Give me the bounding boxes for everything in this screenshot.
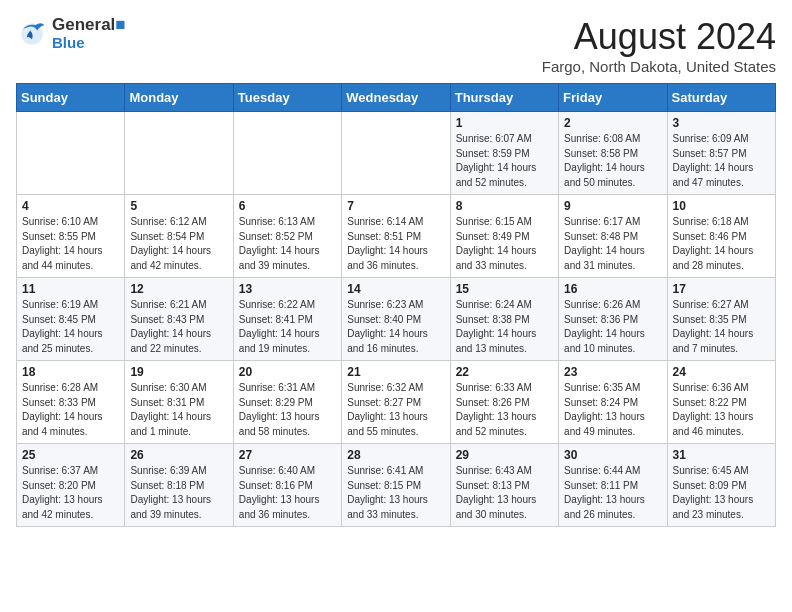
calendar-week-3: 11Sunrise: 6:19 AM Sunset: 8:45 PM Dayli… (17, 278, 776, 361)
calendar-week-5: 25Sunrise: 6:37 AM Sunset: 8:20 PM Dayli… (17, 444, 776, 527)
calendar-header: SundayMondayTuesdayWednesdayThursdayFrid… (17, 84, 776, 112)
day-number: 27 (239, 448, 336, 462)
day-info: Sunrise: 6:32 AM Sunset: 8:27 PM Dayligh… (347, 381, 444, 439)
weekday-header-wednesday: Wednesday (342, 84, 450, 112)
day-number: 11 (22, 282, 119, 296)
day-info: Sunrise: 6:31 AM Sunset: 8:29 PM Dayligh… (239, 381, 336, 439)
calendar-cell: 31Sunrise: 6:45 AM Sunset: 8:09 PM Dayli… (667, 444, 775, 527)
day-number: 30 (564, 448, 661, 462)
calendar-cell: 16Sunrise: 6:26 AM Sunset: 8:36 PM Dayli… (559, 278, 667, 361)
calendar-cell: 2Sunrise: 6:08 AM Sunset: 8:58 PM Daylig… (559, 112, 667, 195)
day-info: Sunrise: 6:21 AM Sunset: 8:43 PM Dayligh… (130, 298, 227, 356)
calendar-cell (233, 112, 341, 195)
calendar-cell: 5Sunrise: 6:12 AM Sunset: 8:54 PM Daylig… (125, 195, 233, 278)
calendar-cell: 9Sunrise: 6:17 AM Sunset: 8:48 PM Daylig… (559, 195, 667, 278)
day-info: Sunrise: 6:22 AM Sunset: 8:41 PM Dayligh… (239, 298, 336, 356)
calendar-cell: 6Sunrise: 6:13 AM Sunset: 8:52 PM Daylig… (233, 195, 341, 278)
calendar-week-4: 18Sunrise: 6:28 AM Sunset: 8:33 PM Dayli… (17, 361, 776, 444)
day-info: Sunrise: 6:23 AM Sunset: 8:40 PM Dayligh… (347, 298, 444, 356)
calendar-cell: 29Sunrise: 6:43 AM Sunset: 8:13 PM Dayli… (450, 444, 558, 527)
day-info: Sunrise: 6:17 AM Sunset: 8:48 PM Dayligh… (564, 215, 661, 273)
day-info: Sunrise: 6:39 AM Sunset: 8:18 PM Dayligh… (130, 464, 227, 522)
page-header: General■ Blue August 2024 Fargo, North D… (16, 16, 776, 75)
day-number: 1 (456, 116, 553, 130)
calendar-cell: 26Sunrise: 6:39 AM Sunset: 8:18 PM Dayli… (125, 444, 233, 527)
title-block: August 2024 Fargo, North Dakota, United … (542, 16, 776, 75)
logo-bird-icon (16, 18, 48, 50)
day-number: 9 (564, 199, 661, 213)
calendar-cell: 12Sunrise: 6:21 AM Sunset: 8:43 PM Dayli… (125, 278, 233, 361)
day-info: Sunrise: 6:44 AM Sunset: 8:11 PM Dayligh… (564, 464, 661, 522)
day-number: 25 (22, 448, 119, 462)
day-number: 17 (673, 282, 770, 296)
weekday-header-tuesday: Tuesday (233, 84, 341, 112)
day-info: Sunrise: 6:10 AM Sunset: 8:55 PM Dayligh… (22, 215, 119, 273)
day-info: Sunrise: 6:45 AM Sunset: 8:09 PM Dayligh… (673, 464, 770, 522)
day-number: 6 (239, 199, 336, 213)
day-number: 28 (347, 448, 444, 462)
day-info: Sunrise: 6:37 AM Sunset: 8:20 PM Dayligh… (22, 464, 119, 522)
calendar-cell: 10Sunrise: 6:18 AM Sunset: 8:46 PM Dayli… (667, 195, 775, 278)
day-info: Sunrise: 6:33 AM Sunset: 8:26 PM Dayligh… (456, 381, 553, 439)
day-info: Sunrise: 6:30 AM Sunset: 8:31 PM Dayligh… (130, 381, 227, 439)
calendar-cell (17, 112, 125, 195)
calendar-cell: 8Sunrise: 6:15 AM Sunset: 8:49 PM Daylig… (450, 195, 558, 278)
calendar-cell: 25Sunrise: 6:37 AM Sunset: 8:20 PM Dayli… (17, 444, 125, 527)
day-number: 31 (673, 448, 770, 462)
day-number: 7 (347, 199, 444, 213)
day-number: 3 (673, 116, 770, 130)
day-number: 4 (22, 199, 119, 213)
day-info: Sunrise: 6:15 AM Sunset: 8:49 PM Dayligh… (456, 215, 553, 273)
day-number: 18 (22, 365, 119, 379)
day-number: 12 (130, 282, 227, 296)
weekday-header-row: SundayMondayTuesdayWednesdayThursdayFrid… (17, 84, 776, 112)
day-info: Sunrise: 6:36 AM Sunset: 8:22 PM Dayligh… (673, 381, 770, 439)
day-number: 19 (130, 365, 227, 379)
day-number: 15 (456, 282, 553, 296)
logo: General■ Blue (16, 16, 126, 51)
day-number: 14 (347, 282, 444, 296)
calendar-cell: 28Sunrise: 6:41 AM Sunset: 8:15 PM Dayli… (342, 444, 450, 527)
day-info: Sunrise: 6:09 AM Sunset: 8:57 PM Dayligh… (673, 132, 770, 190)
calendar-cell: 1Sunrise: 6:07 AM Sunset: 8:59 PM Daylig… (450, 112, 558, 195)
calendar-subtitle: Fargo, North Dakota, United States (542, 58, 776, 75)
day-info: Sunrise: 6:07 AM Sunset: 8:59 PM Dayligh… (456, 132, 553, 190)
day-number: 5 (130, 199, 227, 213)
day-number: 2 (564, 116, 661, 130)
calendar-week-2: 4Sunrise: 6:10 AM Sunset: 8:55 PM Daylig… (17, 195, 776, 278)
calendar-cell: 13Sunrise: 6:22 AM Sunset: 8:41 PM Dayli… (233, 278, 341, 361)
day-info: Sunrise: 6:14 AM Sunset: 8:51 PM Dayligh… (347, 215, 444, 273)
day-info: Sunrise: 6:41 AM Sunset: 8:15 PM Dayligh… (347, 464, 444, 522)
day-info: Sunrise: 6:24 AM Sunset: 8:38 PM Dayligh… (456, 298, 553, 356)
weekday-header-thursday: Thursday (450, 84, 558, 112)
calendar-week-1: 1Sunrise: 6:07 AM Sunset: 8:59 PM Daylig… (17, 112, 776, 195)
day-number: 26 (130, 448, 227, 462)
day-number: 20 (239, 365, 336, 379)
calendar-cell: 14Sunrise: 6:23 AM Sunset: 8:40 PM Dayli… (342, 278, 450, 361)
weekday-header-sunday: Sunday (17, 84, 125, 112)
calendar-cell: 3Sunrise: 6:09 AM Sunset: 8:57 PM Daylig… (667, 112, 775, 195)
calendar-cell: 24Sunrise: 6:36 AM Sunset: 8:22 PM Dayli… (667, 361, 775, 444)
day-number: 16 (564, 282, 661, 296)
day-info: Sunrise: 6:08 AM Sunset: 8:58 PM Dayligh… (564, 132, 661, 190)
calendar-table: SundayMondayTuesdayWednesdayThursdayFrid… (16, 83, 776, 527)
day-info: Sunrise: 6:13 AM Sunset: 8:52 PM Dayligh… (239, 215, 336, 273)
day-info: Sunrise: 6:12 AM Sunset: 8:54 PM Dayligh… (130, 215, 227, 273)
calendar-cell: 17Sunrise: 6:27 AM Sunset: 8:35 PM Dayli… (667, 278, 775, 361)
calendar-cell: 23Sunrise: 6:35 AM Sunset: 8:24 PM Dayli… (559, 361, 667, 444)
day-info: Sunrise: 6:18 AM Sunset: 8:46 PM Dayligh… (673, 215, 770, 273)
calendar-cell: 20Sunrise: 6:31 AM Sunset: 8:29 PM Dayli… (233, 361, 341, 444)
day-number: 21 (347, 365, 444, 379)
day-number: 22 (456, 365, 553, 379)
calendar-cell: 7Sunrise: 6:14 AM Sunset: 8:51 PM Daylig… (342, 195, 450, 278)
weekday-header-friday: Friday (559, 84, 667, 112)
day-info: Sunrise: 6:19 AM Sunset: 8:45 PM Dayligh… (22, 298, 119, 356)
day-info: Sunrise: 6:28 AM Sunset: 8:33 PM Dayligh… (22, 381, 119, 439)
day-info: Sunrise: 6:35 AM Sunset: 8:24 PM Dayligh… (564, 381, 661, 439)
day-number: 29 (456, 448, 553, 462)
calendar-cell: 4Sunrise: 6:10 AM Sunset: 8:55 PM Daylig… (17, 195, 125, 278)
calendar-cell: 21Sunrise: 6:32 AM Sunset: 8:27 PM Dayli… (342, 361, 450, 444)
calendar-cell: 15Sunrise: 6:24 AM Sunset: 8:38 PM Dayli… (450, 278, 558, 361)
weekday-header-saturday: Saturday (667, 84, 775, 112)
calendar-cell: 27Sunrise: 6:40 AM Sunset: 8:16 PM Dayli… (233, 444, 341, 527)
